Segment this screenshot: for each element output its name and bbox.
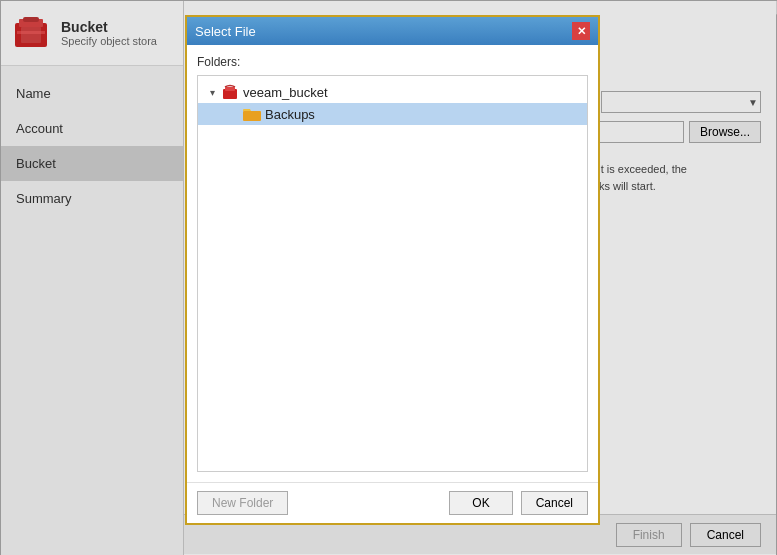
bucket-icon — [221, 84, 239, 100]
folder-icon — [243, 106, 261, 122]
folder-tree[interactable]: ▾ veeam_bucket Backups — [197, 75, 588, 472]
modal-titlebar: Select File ✕ — [187, 17, 598, 45]
tree-toggle-empty — [228, 108, 240, 120]
modal-close-button[interactable]: ✕ — [572, 22, 590, 40]
folders-label: Folders: — [197, 55, 588, 69]
cancel-button[interactable]: Cancel — [521, 491, 588, 515]
svg-rect-6 — [225, 87, 235, 91]
select-file-dialog: Select File ✕ Folders: ▾ veeam_bucket — [185, 15, 600, 525]
backups-label: Backups — [265, 107, 315, 122]
modal-title: Select File — [195, 24, 256, 39]
modal-body: Folders: ▾ veeam_bucket — [187, 45, 598, 482]
veeam-bucket-label: veeam_bucket — [243, 85, 328, 100]
tree-item-backups[interactable]: Backups — [198, 103, 587, 125]
modal-footer: New Folder OK Cancel — [187, 482, 598, 523]
new-folder-button[interactable]: New Folder — [197, 491, 288, 515]
tree-toggle-icon: ▾ — [206, 86, 218, 98]
ok-button[interactable]: OK — [449, 491, 512, 515]
svg-rect-7 — [243, 111, 261, 121]
tree-item-veeam-bucket[interactable]: ▾ veeam_bucket — [198, 81, 587, 103]
modal-footer-actions: OK Cancel — [449, 491, 588, 515]
close-icon: ✕ — [577, 25, 586, 38]
